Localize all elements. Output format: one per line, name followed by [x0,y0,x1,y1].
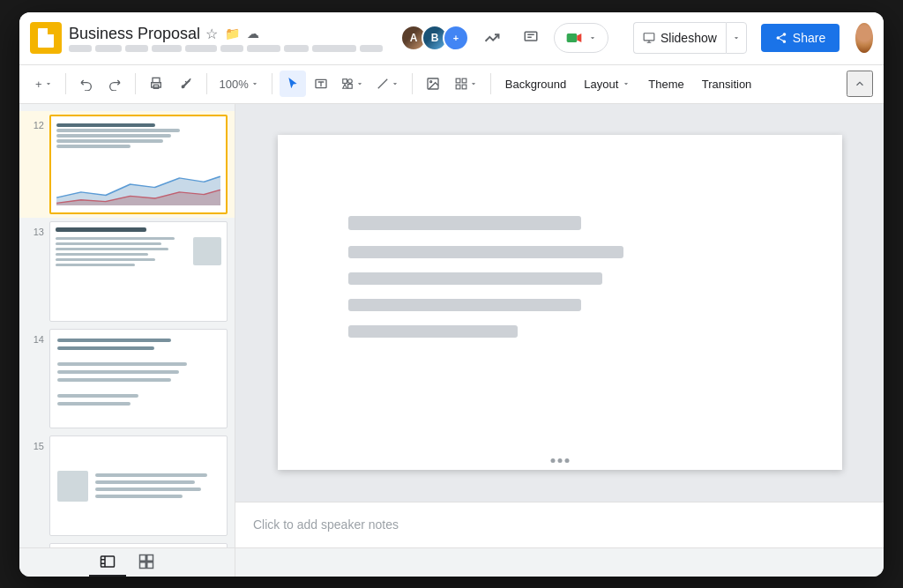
transition-button[interactable]: Transition [695,71,759,97]
redo-button[interactable] [101,71,128,97]
zoom-button[interactable]: 100% [214,71,265,97]
svg-point-19 [430,81,432,83]
svg-rect-21 [462,78,466,83]
collaborators-avatars: A B + [400,25,469,51]
avatar-3: + [443,25,469,51]
slide-item-14[interactable]: 14 [19,325,235,433]
toolbar-right [847,71,873,97]
menu-insert[interactable] [152,45,182,52]
menu-extensions[interactable] [312,45,356,52]
star-icon[interactable]: ☆ [205,26,218,42]
arrange-button[interactable] [450,71,483,97]
layout-label: Layout [584,78,618,91]
toolbar-sep-5 [412,73,413,94]
svg-rect-22 [456,85,460,89]
theme-button[interactable]: Theme [641,71,690,97]
speaker-notes[interactable]: Click to add speaker notes [235,502,884,547]
svg-rect-5 [644,33,654,41]
menu-file[interactable] [69,45,92,52]
format-paint-button[interactable] [173,71,199,97]
slide-item-16[interactable]: 16 [19,540,235,547]
toolbar-sep-4 [272,73,272,94]
background-label: Background [505,78,566,91]
svg-rect-30 [140,555,146,561]
svg-rect-26 [101,556,115,567]
user-avatar-face [855,23,873,53]
canvas-scroll[interactable] [235,104,884,502]
menu-format[interactable] [185,45,217,52]
shape-tool-button[interactable] [336,71,369,97]
slide-thumb-14 [49,329,228,429]
slide-line-4 [348,299,581,311]
svg-rect-3 [567,33,578,42]
slide-canvas[interactable] [278,135,842,470]
toolbar-tools-group [280,71,405,97]
menu-tools[interactable] [284,45,309,52]
svg-rect-13 [343,79,347,84]
document-title[interactable]: Business Proposal [69,25,200,43]
svg-point-14 [347,79,352,84]
print-button[interactable] [143,71,169,97]
text-box-button[interactable] [308,71,334,97]
slide-number-14: 14 [26,329,44,345]
tab-filmstrip[interactable] [89,548,126,577]
slide-thumb-16 [49,543,228,547]
slide-thumb-13 [49,221,228,322]
menu-view[interactable] [125,45,148,52]
menu-edit[interactable] [95,45,122,52]
slide-line-2 [348,246,623,258]
folder-icon[interactable]: 📁 [225,26,240,41]
image-button[interactable] [420,71,446,97]
bottom-panel [19,547,884,577]
svg-marker-15 [343,85,347,89]
slide-item-13[interactable]: 13 [19,218,235,325]
app-window: Business Proposal ☆ 📁 ☁ [19,12,884,577]
toolbar-sep-1 [65,73,66,94]
background-button[interactable]: Background [498,71,573,97]
comment-icon-btn[interactable] [515,22,547,54]
toolbar: + 100% [19,65,884,104]
line-tool-button[interactable] [371,71,405,97]
slideshow-dropdown[interactable] [726,22,747,54]
menu-arrange[interactable] [247,45,280,52]
slide-line-1 [348,216,581,230]
toolbar-history-group [73,71,128,97]
svg-rect-8 [153,78,160,82]
slide-number-13: 13 [26,221,44,237]
share-label: Share [793,31,825,45]
scroll-handle [550,458,569,463]
undo-button[interactable] [73,71,100,97]
trending-icon-btn[interactable] [476,22,508,54]
toolbar-sep-2 [135,73,136,94]
user-avatar[interactable] [855,23,873,53]
toolbar-sep-3 [206,73,207,94]
main-slide-content [278,135,842,470]
svg-rect-20 [456,78,460,83]
speaker-notes-placeholder: Click to add speaker notes [253,517,399,532]
slide-line-5 [348,325,518,338]
slideshow-button[interactable]: Slideshow [633,22,726,54]
svg-rect-23 [462,85,466,89]
slide-item-12[interactable]: 12 [19,111,235,219]
share-button[interactable]: Share [761,24,840,52]
collapse-toolbar-button[interactable] [847,71,873,97]
menu-help[interactable] [360,45,383,52]
meet-button[interactable] [554,23,608,53]
slides-panel[interactable]: 12 [19,104,235,547]
add-button[interactable]: + [30,71,58,97]
slideshow-label: Slideshow [660,31,717,45]
layout-button[interactable]: Layout [577,71,638,97]
main-content: 12 [19,104,884,547]
toolbar-sep-6 [490,73,491,94]
slide-item-15[interactable]: 15 [19,432,235,540]
header-middle: A B + [400,22,608,54]
tab-grid[interactable] [128,548,165,577]
slide-line-3 [348,272,602,285]
cloud-icon[interactable]: ☁ [247,26,259,41]
svg-rect-16 [347,85,352,89]
slides-app-icon [30,22,62,54]
slide-number-15: 15 [26,435,44,451]
svg-marker-4 [577,33,581,42]
menu-slide[interactable] [220,45,243,52]
cursor-tool-button[interactable] [280,71,306,97]
